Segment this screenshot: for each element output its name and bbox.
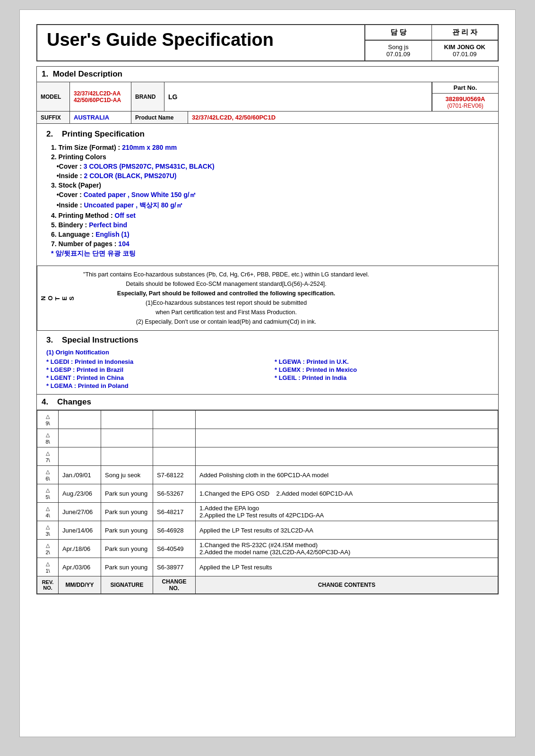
sig-cell: Park sun young [101, 521, 153, 540]
sig-cell [101, 429, 153, 447]
origin-lgedi: * LGEDI : Printed in Indonesia [46, 358, 260, 365]
product-name-label: Product Name [135, 114, 173, 121]
origin-lgemx: * LGEMX : Printed in Mexico [275, 366, 489, 373]
changes-header: 4. Changes [37, 395, 498, 410]
table-row: △6\ Jan./09/01 Song ju seok S7-68122 Add… [37, 466, 498, 484]
person2-name: KIM JONG OK [444, 43, 485, 51]
table-row: △3\ June/14/06 Park sun young S6-46928 A… [37, 521, 498, 540]
header-top-row: 담 당 관 리 자 [365, 25, 498, 41]
spec-item-cover: •Cover : 3 COLORS (PMS207C, PMS431C, BLA… [51, 163, 489, 170]
header-bottom-row: Song js 07.01.09 KIM JONG OK 07.01.09 [365, 41, 498, 60]
part-no-value: 38289U0569A (0701-REV06) [432, 94, 498, 111]
brand-value: LG [168, 93, 177, 101]
date-cell [59, 447, 101, 466]
date-cell: Aug./23/06 [59, 484, 101, 503]
changes-section: 4. Changes △9\ △8\ [36, 395, 499, 594]
person2: KIM JONG OK 07.01.09 [432, 41, 498, 60]
chno-cell [153, 447, 196, 466]
spec-item-2: 2. Printing Colors [51, 153, 489, 161]
suffix-row: SUFFIX AUSTRALIA Product Name 32/37/42LC… [37, 112, 498, 123]
part-no-rev: (0701-REV06) [436, 103, 494, 109]
spec-item-inside: •Inside : 2 COLOR (BLACK, PMS207U) [51, 172, 489, 180]
origin-lgeil: * LGEIL : Printed in India [275, 374, 489, 381]
contents-cell: Added Polishing cloth in the 60PC1D-AA m… [196, 466, 498, 484]
origin-grid: * LGEDI : Printed in Indonesia * LGEWA :… [46, 358, 489, 389]
rev-cell: △8\ [37, 429, 59, 447]
rev-cell: △1\ [37, 558, 59, 576]
table-footer-row: REV.NO. MM/DD/YY SIGNATURE CHANGE NO. CH… [37, 576, 498, 594]
sig-cell: Park sun young [101, 558, 153, 576]
chno-cell: S6-40549 [153, 540, 196, 558]
sig-cell [101, 411, 153, 429]
model-section-header: 1. Model Description [37, 67, 498, 82]
sig-cell: Park sun young [101, 484, 153, 503]
origin-lgema: * LGEMA : Printed in Poland [46, 382, 260, 389]
date-cell: Apr./18/06 [59, 540, 101, 558]
model-section: 1. Model Description MODEL 32/37/42LC2D-… [36, 66, 499, 124]
table-row: △9\ [37, 411, 498, 429]
model-value1: 32/37/42LC2D-AA [74, 90, 127, 97]
contents-cell: Applied the LP Test results [196, 558, 498, 576]
person1: Song js 07.01.09 [365, 41, 432, 60]
model-row1: MODEL 32/37/42LC2D-AA 42/50/60PC1D-AA BR… [37, 82, 498, 112]
table-row: △4\ June/27/06 Park sun young S6-48217 1… [37, 503, 498, 521]
model-label: MODEL [41, 94, 66, 100]
footer-chno-label: CHANGE NO. [153, 576, 196, 594]
table-row: △8\ [37, 429, 498, 447]
notes-content: "This part contains Eco-hazardous substa… [78, 266, 375, 330]
person2-date: 07.01.09 [453, 51, 477, 58]
chno-cell: S6-48217 [153, 503, 196, 521]
page-title: User's Guide Specification [47, 30, 355, 50]
printing-spec-section: 2. Printing Specification 1. Trim Size (… [36, 124, 499, 266]
date-cell: June/27/06 [59, 503, 101, 521]
person1-date: 07.01.09 [386, 51, 410, 58]
rev-cell: △4\ [37, 503, 59, 521]
col1-label: 담 당 [365, 25, 432, 40]
origin-lgewa: * LGEWA : Printed in U.K. [275, 358, 489, 365]
sig-cell: Park sun young [101, 540, 153, 558]
header-right: 담 당 관 리 자 Song js 07.01.09 KIM JONG OK 0… [365, 25, 498, 60]
footer-rev-label: REV.NO. [37, 576, 59, 594]
origin-lgent: * LGENT : Printed in China [46, 374, 260, 381]
contents-cell: 1.Changed the EPG OSD 2.Added model 60PC… [196, 484, 498, 503]
footer-sig-label: SIGNATURE [101, 576, 153, 594]
col2-label: 관 리 자 [432, 25, 498, 40]
brand-value-cell: LG [164, 82, 432, 111]
product-name-value-cell: 32/37/42LC2D, 42/50/60PC1D [188, 112, 498, 123]
chno-cell [153, 429, 196, 447]
contents-cell: 1.Changed the RS-232C (#24.ISM method)2.… [196, 540, 498, 558]
rev-cell: △3\ [37, 521, 59, 540]
special-section: 3. Special Instructions (1) Origin Notif… [36, 331, 499, 395]
printing-spec-header: 2. Printing Specification [46, 129, 489, 139]
suffix-label-cell: SUFFIX [37, 112, 70, 123]
contents-cell: 1.Added the EPA logo2.Applied the LP Tes… [196, 503, 498, 521]
table-row: △5\ Aug./23/06 Park sun young S6-53267 1… [37, 484, 498, 503]
spec-item-3: 3. Stock (Paper) [51, 181, 489, 189]
contents-cell [196, 447, 498, 466]
note-line-4: (1)Eco-hazardous substances test report … [83, 298, 369, 308]
chno-cell: S7-68122 [153, 466, 196, 484]
spec-item-6: 6. Language : English (1) [51, 231, 489, 238]
note-line-6: (2) Especially, Don't use or contain lea… [83, 317, 369, 326]
date-cell: June/14/06 [59, 521, 101, 540]
spec-item-1: 1. Trim Size (Format) : 210mm x 280 mm [51, 144, 489, 151]
table-row: △2\ Apr./18/06 Park sun young S6-40549 1… [37, 540, 498, 558]
note-line-2: Details should be followed Eco-SCM manag… [83, 279, 369, 289]
person1-name: Song js [388, 43, 408, 51]
chno-cell: S6-46928 [153, 521, 196, 540]
origin-title: (1) Origin Notification [46, 349, 489, 356]
brand-label-cell: BRAND [131, 82, 164, 111]
part-no-block: Part No. 38289U0569A (0701-REV06) [432, 82, 498, 111]
contents-cell: Applied the LP Test results of 32LC2D-AA [196, 521, 498, 540]
changes-table: △9\ △8\ △7\ [37, 410, 498, 594]
note-line-1: "This part contains Eco-hazardous substa… [83, 270, 369, 279]
footer-contents-label: CHANGE CONTENTS [196, 576, 498, 594]
part-no-label: Part No. [432, 82, 498, 94]
model-label-cell: MODEL [37, 82, 70, 111]
chno-cell [153, 411, 196, 429]
spec-item-inside-paper: •Inside : Uncoated paper , 백상지 80 g/㎡ [51, 201, 489, 210]
sig-cell [101, 447, 153, 466]
spec-item-cover-paper: •Cover : Coated paper , Snow White 150 g… [51, 191, 489, 199]
notes-label: NOTES [37, 266, 78, 330]
suffix-value: AUSTRALIA [74, 114, 109, 121]
